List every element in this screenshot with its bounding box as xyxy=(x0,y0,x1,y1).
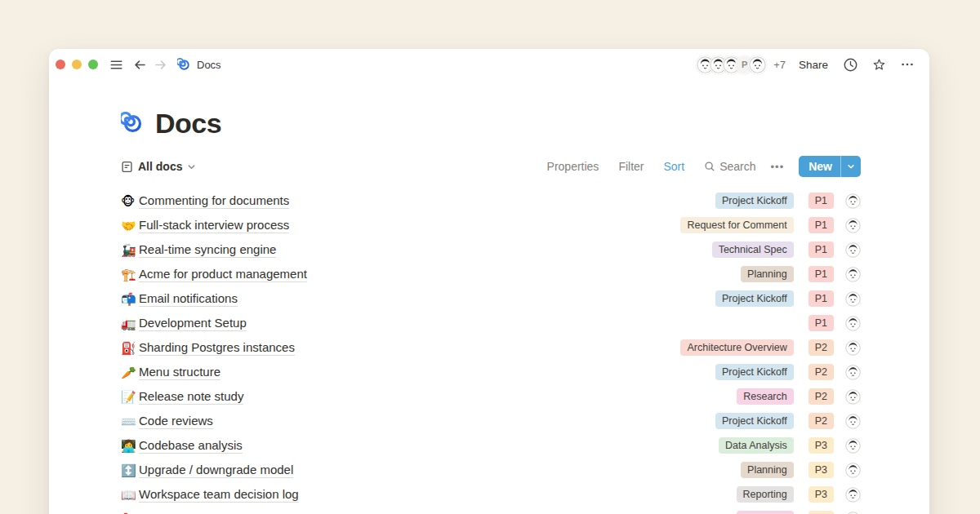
doc-owner-avatar[interactable] xyxy=(845,218,861,233)
zoom-window-button[interactable] xyxy=(88,60,98,69)
doc-owner-avatar[interactable] xyxy=(845,316,861,331)
doc-priority-badge[interactable]: P1 xyxy=(808,315,834,331)
doc-list: 🐵 Commenting for documents Project Kicko… xyxy=(121,188,861,514)
page-header: Docs xyxy=(121,108,861,140)
doc-owner-avatar[interactable] xyxy=(845,512,861,514)
search-label: Search xyxy=(719,160,755,173)
doc-row[interactable]: ⛽ Sharding Postgres instances Architectu… xyxy=(121,335,861,360)
search-icon xyxy=(704,161,715,172)
doc-priority-badge[interactable]: P1 xyxy=(808,266,834,282)
doc-priority-badge[interactable]: P1 xyxy=(808,193,834,209)
doc-emoji-icon: 🚛 xyxy=(121,317,139,330)
sort-button[interactable]: Sort xyxy=(664,160,685,173)
doc-type-tag[interactable]: Project Kickoff xyxy=(715,364,794,380)
filter-button[interactable]: Filter xyxy=(618,160,644,173)
doc-row[interactable]: 🐵 Commenting for documents Project Kicko… xyxy=(121,188,861,213)
doc-row[interactable]: 🏗️ Acme for product management Planning … xyxy=(121,262,861,286)
doc-type-tag[interactable]: Planning xyxy=(741,462,794,478)
doc-title-link[interactable]: Development Setup xyxy=(139,316,247,331)
doc-type-tag[interactable]: Request for Comment xyxy=(680,217,793,233)
doc-priority-badge[interactable]: P1 xyxy=(808,290,834,307)
doc-priority-badge[interactable]: P2 xyxy=(808,388,834,405)
minimize-window-button[interactable] xyxy=(72,60,82,69)
doc-priority-badge[interactable]: P2 xyxy=(808,364,834,380)
back-arrow-icon[interactable] xyxy=(133,58,147,72)
doc-title-link[interactable]: Commenting for documents xyxy=(139,193,289,209)
close-window-button[interactable] xyxy=(56,60,65,69)
doc-title-link[interactable]: Code reviews xyxy=(139,414,213,429)
doc-owner-avatar[interactable] xyxy=(845,438,861,454)
doc-priority-badge[interactable]: P3 xyxy=(808,462,834,478)
doc-row[interactable]: 📖 Workspace team decision log Reporting … xyxy=(121,482,861,507)
doc-type-tag[interactable]: Technical Spec xyxy=(712,241,794,258)
doc-title-link[interactable]: Workspace team decision log xyxy=(139,487,299,503)
avatar-overflow-count: +7 xyxy=(773,59,786,71)
doc-owner-avatar[interactable] xyxy=(845,463,861,478)
doc-emoji-icon: 👩‍💻 xyxy=(121,440,139,452)
doc-title-link[interactable]: Real-time syncing engine xyxy=(139,242,276,258)
doc-type-tag[interactable]: Planning xyxy=(741,266,794,282)
doc-row[interactable]: 🥕 Menu structure Project Kickoff P2 xyxy=(121,360,861,384)
share-button[interactable]: Share xyxy=(799,59,828,71)
doc-owner-avatar[interactable] xyxy=(845,389,861,405)
properties-button[interactable]: Properties xyxy=(547,160,599,173)
star-icon[interactable] xyxy=(871,57,887,73)
doc-title-link[interactable]: Release note study xyxy=(139,389,243,405)
doc-title-link[interactable]: Menu structure xyxy=(139,365,220,380)
doc-row[interactable]: 🚛 Development Setup P1 xyxy=(121,311,861,335)
doc-type-tag[interactable]: Data Analysis xyxy=(719,437,794,454)
doc-type-tag[interactable]: Research xyxy=(737,511,794,514)
doc-type-tag[interactable]: Research xyxy=(737,388,794,405)
doc-priority-badge[interactable]: P3 xyxy=(808,486,834,503)
doc-title-link[interactable]: Sharding Postgres instances xyxy=(139,340,295,356)
doc-title-link[interactable]: Email notifications xyxy=(139,291,238,307)
doc-priority-badge[interactable]: P1 xyxy=(808,217,834,233)
sidebar-toggle-icon[interactable] xyxy=(109,58,123,72)
doc-title-link[interactable]: Performance feedback xyxy=(139,512,262,514)
doc-priority-badge[interactable]: P3 xyxy=(808,511,834,514)
doc-priority-badge[interactable]: P3 xyxy=(808,437,834,454)
doc-owner-avatar[interactable] xyxy=(845,365,861,380)
doc-row[interactable]: 📬 Email notifications Project Kickoff P1 xyxy=(121,286,861,311)
doc-row[interactable]: 🦜 Performance feedback Research P3 xyxy=(121,507,861,514)
doc-owner-avatar[interactable] xyxy=(845,193,861,209)
doc-title-link[interactable]: Upgrade / downgrade model xyxy=(139,463,293,478)
doc-owner-avatar[interactable] xyxy=(845,267,861,282)
doc-row[interactable]: 📝 Release note study Research P2 xyxy=(121,384,861,409)
view-selector-label: All docs xyxy=(138,160,182,173)
doc-type-tag[interactable]: Reporting xyxy=(737,486,794,503)
doc-row[interactable]: ⌨️ Code reviews Project Kickoff P2 xyxy=(121,409,861,433)
collaborator-avatars: P xyxy=(696,55,767,74)
doc-owner-avatar[interactable] xyxy=(845,340,861,356)
forward-arrow-icon[interactable] xyxy=(154,58,167,72)
doc-owner-avatar[interactable] xyxy=(845,414,861,429)
search-button[interactable]: Search xyxy=(704,160,755,173)
doc-type-tag[interactable]: Architecture Overview xyxy=(680,339,793,356)
new-doc-button[interactable]: New xyxy=(799,156,861,177)
history-clock-icon[interactable] xyxy=(843,57,858,73)
doc-row[interactable]: 🚂 Real-time syncing engine Technical Spe… xyxy=(121,237,861,262)
collaborator-avatar[interactable] xyxy=(748,55,767,74)
view-selector[interactable]: All docs xyxy=(121,160,196,173)
more-options-icon[interactable] xyxy=(900,57,915,72)
doc-emoji-icon: ⌨️ xyxy=(121,415,139,428)
doc-priority-badge[interactable]: P2 xyxy=(808,413,834,429)
view-more-options-icon[interactable]: ••• xyxy=(771,161,785,173)
doc-row[interactable]: 👩‍💻 Codebase analysis Data Analysis P3 xyxy=(121,433,861,458)
doc-priority-badge[interactable]: P2 xyxy=(808,339,834,356)
doc-title-link[interactable]: Acme for product management xyxy=(139,267,307,282)
doc-row[interactable]: 🤝 Full-stack interview process Request f… xyxy=(121,213,861,237)
doc-type-tag[interactable]: Project Kickoff xyxy=(715,193,794,209)
doc-row[interactable]: ↕️ Upgrade / downgrade model Planning P3 xyxy=(121,458,861,482)
doc-emoji-icon: 🚂 xyxy=(121,244,139,256)
doc-type-tag[interactable]: Project Kickoff xyxy=(715,413,794,429)
doc-owner-avatar[interactable] xyxy=(845,487,861,503)
new-doc-dropdown-chevron[interactable] xyxy=(840,156,861,177)
doc-owner-avatar[interactable] xyxy=(845,291,861,307)
doc-title-link[interactable]: Full-stack interview process xyxy=(139,218,289,233)
doc-owner-avatar[interactable] xyxy=(845,242,861,258)
doc-title-link[interactable]: Codebase analysis xyxy=(139,438,243,454)
doc-priority-badge[interactable]: P1 xyxy=(808,241,834,258)
doc-type-tag[interactable]: Project Kickoff xyxy=(715,290,794,307)
new-doc-label: New xyxy=(799,156,840,177)
